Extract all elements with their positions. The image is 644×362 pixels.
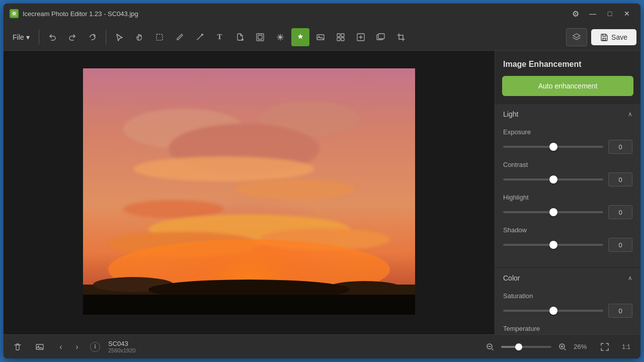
saturation-control: 0 — [503, 304, 632, 318]
contrast-control: 0 — [503, 172, 632, 187]
bottom-bar: ‹ › ℹ SC043 2560x1920 26% 1:1 — [4, 334, 640, 358]
effects-tool-button[interactable] — [271, 28, 289, 46]
contrast-label: Contrast — [503, 161, 632, 168]
light-chevron-icon: ∧ — [628, 111, 632, 118]
highlight-control: 0 — [503, 205, 632, 219]
contrast-thumb[interactable] — [549, 175, 557, 184]
collage-tool-button[interactable] — [332, 28, 350, 46]
svg-rect-3 — [156, 34, 163, 40]
image-tool-button[interactable] — [311, 28, 330, 46]
exposure-thumb[interactable] — [549, 143, 557, 151]
color-section-label: Color — [503, 274, 520, 282]
shadow-value[interactable]: 0 — [608, 238, 632, 252]
file-menu-button[interactable]: File ▾ — [8, 30, 35, 44]
nav-arrows: ‹ › — [54, 340, 84, 354]
auto-enhance-button[interactable]: Auto enhancement — [502, 76, 633, 96]
export-tool-button[interactable] — [352, 28, 370, 46]
undo-button[interactable] — [43, 28, 61, 46]
delete-button[interactable] — [10, 339, 26, 355]
color-chevron-icon: ∧ — [628, 275, 632, 282]
contrast-track[interactable] — [503, 174, 603, 185]
svg-rect-12 — [341, 34, 344, 37]
zoom-slider[interactable] — [501, 346, 551, 348]
frame-tool-button[interactable] — [251, 28, 269, 46]
hand-tool-button[interactable] — [130, 28, 148, 46]
crop-tool-button[interactable] — [392, 28, 410, 46]
temperature-slider-row: Temperature — [503, 325, 632, 332]
file-dimensions: 2560x1920 — [108, 347, 135, 353]
window-title: Icecream Photo Editor 1.23 - SC043.jpg — [23, 10, 138, 18]
shadow-track[interactable] — [503, 240, 603, 250]
app-icon — [10, 9, 19, 18]
info-button[interactable]: ℹ — [90, 342, 100, 352]
zoom-in-button[interactable] — [555, 340, 570, 354]
close-button[interactable]: ✕ — [619, 8, 634, 20]
light-section: Light ∧ Exposure 0 — [495, 104, 640, 267]
saturation-slider-row: Saturation 0 — [503, 292, 632, 318]
rect-select-button[interactable] — [150, 28, 169, 46]
file-name: SC043 — [108, 340, 135, 347]
title-bar: Icecream Photo Editor 1.23 - SC043.jpg ⚙… — [4, 4, 640, 24]
color-section-header[interactable]: Color ∧ — [495, 268, 640, 288]
exposure-control: 0 — [503, 140, 632, 154]
svg-rect-13 — [337, 38, 340, 41]
exposure-track[interactable] — [503, 142, 603, 152]
settings-button[interactable]: ⚙ — [568, 8, 583, 20]
light-section-content: Exposure 0 Contrast — [495, 124, 640, 267]
svg-rect-7 — [258, 35, 262, 39]
shadow-thumb[interactable] — [549, 241, 557, 249]
text-tool-icon: T — [217, 33, 222, 41]
multi-tool-button[interactable] — [372, 28, 390, 46]
redo2-button[interactable] — [84, 28, 102, 46]
svg-point-2 — [14, 13, 15, 15]
saturation-value[interactable]: 0 — [608, 304, 632, 318]
exposure-value[interactable]: 0 — [608, 140, 632, 154]
panel-header: Image Enhancement — [495, 51, 640, 76]
fill-tool-button[interactable] — [231, 28, 249, 46]
saturation-track[interactable] — [503, 306, 603, 316]
zoom-out-button[interactable] — [483, 340, 497, 354]
fullscreen-button[interactable] — [598, 340, 612, 354]
text-tool-button[interactable]: T — [211, 28, 229, 46]
zoom-level: 26% — [574, 343, 592, 350]
toolbar-divider-1 — [39, 30, 39, 45]
highlight-track[interactable] — [503, 207, 603, 217]
svg-point-23 — [133, 156, 314, 182]
aspect-ratio-button[interactable]: 1:1 — [618, 341, 634, 352]
pencil-tool-button[interactable] — [171, 28, 189, 46]
right-panel: Image Enhancement Auto enhancement Light… — [495, 51, 640, 334]
contrast-slider-row: Contrast 0 — [503, 161, 632, 187]
redo-button[interactable] — [63, 28, 82, 46]
panel-title: Image Enhancement — [503, 60, 582, 68]
svg-point-5 — [242, 39, 244, 41]
saturation-thumb[interactable] — [549, 307, 557, 315]
photo-canvas — [83, 68, 415, 317]
temperature-label: Temperature — [503, 325, 632, 332]
save-label: Save — [611, 33, 627, 41]
title-bar-controls: ⚙ — □ ✕ — [568, 8, 634, 20]
gallery-button[interactable] — [32, 339, 48, 355]
maximize-button[interactable]: □ — [602, 8, 617, 20]
contrast-value[interactable]: 0 — [608, 172, 632, 187]
exposure-label: Exposure — [503, 128, 632, 136]
select-tool-button[interactable] — [110, 28, 128, 46]
zoom-slider-thumb[interactable] — [515, 343, 522, 350]
next-image-button[interactable]: › — [70, 340, 84, 354]
line-tool-button[interactable] — [191, 28, 209, 46]
file-info: SC043 2560x1920 — [108, 340, 135, 353]
highlight-thumb[interactable] — [549, 208, 557, 216]
main-content: Image Enhancement Auto enhancement Light… — [4, 51, 640, 334]
highlight-value[interactable]: 0 — [608, 205, 632, 219]
svg-rect-6 — [257, 34, 264, 41]
toolbar: File ▾ — [4, 24, 640, 51]
prev-image-button[interactable]: ‹ — [54, 340, 68, 354]
exposure-slider-row: Exposure 0 — [503, 128, 632, 154]
canvas-area — [4, 51, 495, 334]
layers-button[interactable] — [566, 28, 587, 46]
enhance-tool-button[interactable] — [291, 28, 309, 46]
minimize-button[interactable]: — — [585, 8, 600, 20]
color-section-content: Saturation 0 Temperature — [495, 288, 640, 334]
light-section-label: Light — [503, 110, 518, 118]
save-button[interactable]: Save — [591, 29, 636, 45]
light-section-header[interactable]: Light ∧ — [495, 104, 640, 124]
